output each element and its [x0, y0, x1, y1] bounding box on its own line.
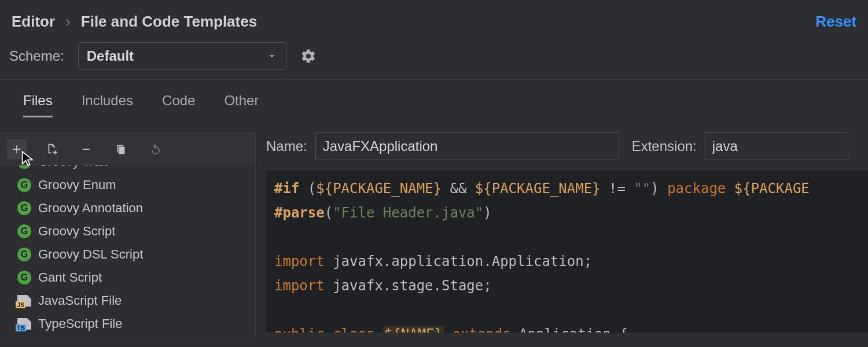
- breadcrumb: Editor › File and Code Templates: [12, 13, 257, 31]
- template-item[interactable]: GGroovy Script: [0, 220, 255, 243]
- name-input[interactable]: [315, 132, 619, 160]
- reset-link[interactable]: Reset: [815, 13, 856, 31]
- chevron-down-icon: [266, 50, 278, 62]
- template-item-label: TypeScript File: [38, 316, 123, 331]
- template-item[interactable]: JavaScript File: [0, 289, 255, 312]
- remove-button[interactable]: [76, 139, 96, 159]
- chevron-right-icon: ›: [65, 13, 71, 31]
- breadcrumb-root[interactable]: Editor: [12, 13, 55, 31]
- tab-includes[interactable]: Includes: [82, 93, 133, 117]
- template-editor[interactable]: #if (${PACKAGE_NAME} && ${PACKAGE_NAME} …: [266, 171, 868, 333]
- template-item-label: JavaScript File: [38, 293, 122, 308]
- template-item-label: Gant Script: [38, 270, 102, 285]
- minus-icon: [80, 143, 93, 156]
- groovy-icon: G: [17, 201, 31, 215]
- template-item-label: Groovy DSL Script: [38, 247, 143, 262]
- template-list[interactable]: GGroovy TraitGGroovy EnumGGroovy Annotat…: [0, 165, 255, 337]
- name-label: Name:: [266, 138, 307, 154]
- template-item-label: Groovy Script: [38, 224, 115, 239]
- template-item-label: Groovy Trait: [38, 165, 108, 169]
- groovy-icon: G: [17, 248, 31, 261]
- template-item-label: Groovy Enum: [38, 178, 116, 193]
- undo-icon: [149, 142, 163, 156]
- groovy-icon: G: [17, 271, 31, 285]
- tab-code[interactable]: Code: [162, 93, 195, 117]
- scheme-dropdown[interactable]: Default: [78, 42, 286, 70]
- template-item[interactable]: TypeScript JSX File: [0, 335, 255, 337]
- template-toolbar: [0, 133, 255, 165]
- tab-files[interactable]: Files: [23, 93, 53, 117]
- template-item[interactable]: GGroovy Annotation: [0, 197, 255, 220]
- javascript-file-icon: [17, 294, 31, 308]
- tab-other[interactable]: Other: [224, 93, 259, 117]
- template-item-label: Groovy Annotation: [38, 201, 143, 216]
- groovy-icon: G: [17, 165, 31, 169]
- copy-icon: [115, 143, 127, 156]
- file-plus-icon: [45, 143, 58, 156]
- groovy-icon: G: [17, 224, 31, 238]
- extension-label: Extension:: [632, 138, 697, 154]
- scheme-value: Default: [87, 48, 134, 64]
- revert-button[interactable]: [146, 139, 165, 159]
- template-item[interactable]: GGant Script: [0, 266, 255, 289]
- plus-icon: [10, 143, 23, 156]
- typescript-file-icon: [17, 317, 31, 331]
- breadcrumb-leaf: File and Code Templates: [81, 13, 257, 31]
- template-item[interactable]: GGroovy Enum: [0, 174, 255, 197]
- gear-icon[interactable]: [300, 48, 317, 64]
- extension-input[interactable]: [705, 132, 848, 160]
- copy-template-button[interactable]: [42, 139, 61, 159]
- tab-bar: Files Includes Code Other: [0, 80, 868, 117]
- template-item[interactable]: TypeScript File: [0, 312, 255, 335]
- template-item[interactable]: GGroovy Trait: [0, 165, 255, 174]
- add-button[interactable]: [7, 139, 27, 159]
- template-item[interactable]: GGroovy DSL Script: [0, 243, 255, 266]
- scheme-label: Scheme:: [9, 48, 64, 64]
- duplicate-button[interactable]: [111, 139, 131, 159]
- groovy-icon: G: [17, 178, 31, 192]
- template-list-pane: GGroovy TraitGGroovy EnumGGroovy Annotat…: [0, 132, 256, 337]
